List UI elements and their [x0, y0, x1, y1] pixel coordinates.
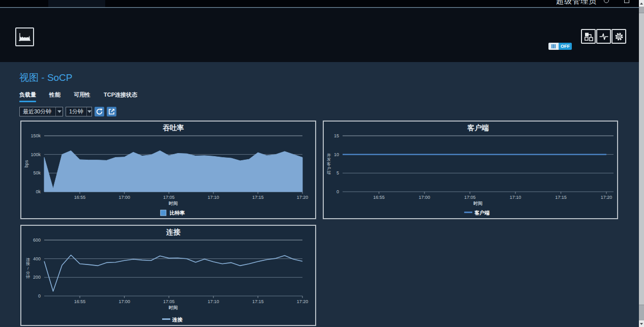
interval-select[interactable]: 1分钟 — [66, 107, 92, 116]
gear-icon — [614, 32, 624, 42]
svg-text:比特率: 比特率 — [170, 210, 185, 216]
chart-toolbar: 最近30分钟 1分钟 — [19, 107, 644, 116]
time-range-value: 最近30分钟 — [20, 108, 55, 115]
chart-throughput: 吞吐率0k50k100k150k16:5517:0017:0517:1017:1… — [20, 121, 316, 219]
svg-text:端: 端 — [327, 170, 331, 175]
refresh-button[interactable] — [95, 107, 104, 116]
svg-text:17:20: 17:20 — [297, 299, 309, 304]
settings-button[interactable] — [611, 29, 626, 44]
chart-view-button[interactable] — [15, 27, 34, 46]
svg-text:17:00: 17:00 — [419, 195, 431, 200]
refresh-icon — [96, 108, 103, 115]
svg-text:50k: 50k — [33, 170, 41, 175]
tab-performance[interactable]: 性能 — [49, 91, 60, 102]
help-icon[interactable] — [604, 0, 609, 3]
page-title: 视图 - SoCP — [19, 71, 644, 84]
chart-clients: 客户端05101516:5517:0017:0517:1017:1517:20时… — [323, 121, 618, 219]
scroll-down-icon[interactable] — [639, 320, 644, 327]
logout-icon[interactable] — [624, 0, 629, 3]
svg-text:17:05: 17:05 — [163, 195, 175, 200]
expand-button[interactable] — [107, 107, 116, 116]
svg-text:时间: 时间 — [169, 305, 178, 310]
app-window: 超级管理员 OFF — [0, 0, 644, 327]
svg-text:400: 400 — [33, 256, 41, 261]
svg-text:17:15: 17:15 — [252, 299, 264, 304]
svg-text:时间: 时间 — [474, 201, 483, 206]
tab-availability[interactable]: 可用性 — [74, 91, 90, 102]
svg-text:0: 0 — [336, 189, 339, 194]
area-chart-icon — [18, 31, 32, 43]
svg-text:0: 0 — [38, 293, 41, 299]
svg-text:17:10: 17:10 — [208, 195, 220, 200]
monitor-pulse-button[interactable] — [596, 29, 611, 44]
vertical-scrollbar[interactable] — [639, 0, 644, 327]
tab-bar: 负载量 性能 可用性 TCP连接状态 — [19, 91, 644, 102]
scroll-up-icon[interactable] — [639, 0, 644, 7]
svg-text:16:55: 16:55 — [74, 195, 86, 200]
time-range-select[interactable]: 最近30分钟 — [19, 107, 63, 116]
svg-text:连接: 连接 — [172, 317, 183, 322]
svg-text:客户端: 客户端 — [467, 124, 489, 132]
svg-text:客户端: 客户端 — [474, 210, 489, 216]
external-link-icon — [108, 108, 115, 115]
svg-text:600: 600 — [33, 237, 41, 243]
tab-tcp-connection-status[interactable]: TCP连接状态 — [104, 91, 137, 102]
svg-text:17:00: 17:00 — [118, 299, 130, 304]
svg-text:5: 5 — [336, 170, 339, 175]
display-toggle[interactable]: OFF — [548, 43, 572, 50]
svg-text:16:55: 16:55 — [74, 299, 86, 304]
svg-text:17:10: 17:10 — [208, 299, 220, 304]
svg-text:17:20: 17:20 — [601, 195, 612, 200]
svg-text:17:05: 17:05 — [464, 195, 476, 200]
svg-text:16:55: 16:55 — [373, 195, 385, 200]
navbar-menu-remnant — [48, 0, 105, 8]
svg-text:吞吐率: 吞吐率 — [162, 124, 184, 132]
chevron-down-icon — [55, 107, 63, 116]
topology-icon — [584, 32, 594, 42]
svg-text:17:00: 17:00 — [118, 195, 130, 200]
toggle-off-label: OFF — [559, 43, 572, 50]
topology-view-button[interactable] — [581, 29, 596, 44]
charts-grid: 吞吐率0k50k100k150k16:5517:0017:0517:1017:1… — [20, 121, 644, 326]
svg-text:150k: 150k — [30, 133, 41, 138]
svg-text:15: 15 — [334, 133, 339, 138]
svg-text:200: 200 — [33, 275, 41, 280]
interval-value: 1分钟 — [66, 108, 86, 115]
current-user-label: 超级管理员 — [556, 0, 597, 6]
svg-text:17:20: 17:20 — [297, 195, 309, 200]
svg-text:17:15: 17:15 — [252, 195, 264, 200]
svg-text:0k: 0k — [36, 189, 41, 194]
svg-text:17:05: 17:05 — [163, 299, 175, 304]
header-band: OFF — [0, 8, 644, 62]
svg-text:连接: 连接 — [166, 228, 181, 236]
svg-text:17:15: 17:15 — [555, 195, 567, 200]
toggle-on-segment — [548, 43, 559, 50]
svg-text:10: 10 — [334, 152, 339, 157]
chevron-down-icon — [86, 107, 91, 116]
svg-text:时间: 时间 — [169, 201, 178, 206]
top-navbar: 超级管理员 — [0, 0, 644, 8]
chart-connections: 连接020040060016:5517:0017:0517:1017:1517:… — [20, 225, 316, 326]
svg-text:17:10: 17:10 — [510, 195, 522, 200]
pulse-icon — [599, 32, 609, 42]
svg-text:bps: bps — [24, 160, 29, 167]
tab-load[interactable]: 负载量 — [19, 91, 36, 102]
svg-text:100k: 100k — [30, 152, 41, 157]
main-content: 视图 - SoCP 负载量 性能 可用性 TCP连接状态 最近30分钟 1分钟 — [0, 62, 644, 327]
svg-text:钟: 钟 — [25, 275, 30, 279]
scrollbar-thumb[interactable] — [639, 13, 644, 305]
